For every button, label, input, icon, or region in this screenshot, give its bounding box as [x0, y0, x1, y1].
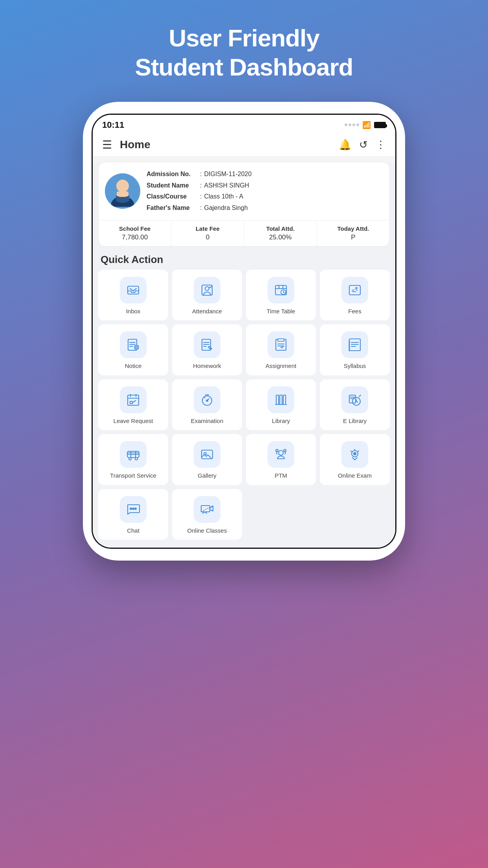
quick-label: PTM	[275, 472, 287, 480]
quick-label: Fees	[348, 307, 361, 315]
stat-label: School Fee	[100, 225, 169, 232]
svg-point-59	[276, 449, 278, 452]
phone-mockup: 10:11 📶 ☰ Home 🔔 ↺ ⋮	[83, 102, 405, 561]
quick-label: Online Exam	[338, 472, 372, 480]
quick-item-chat[interactable]: Chat	[98, 489, 168, 540]
quick-grid: Inbox Attendance Time Table ₹ Fees Notic…	[93, 270, 395, 540]
quick-item-syllabus[interactable]: Syllabus	[320, 324, 390, 375]
svg-rect-2	[117, 191, 128, 197]
stat-item-1: Late Fee0	[171, 221, 244, 246]
svg-rect-17	[135, 346, 138, 349]
svg-point-64	[135, 508, 136, 509]
svg-rect-41	[280, 395, 282, 405]
quick-item-attendance[interactable]: Attendance	[172, 270, 242, 321]
quick-item-elibrary[interactable]: E Library	[320, 379, 390, 430]
quick-item-fees[interactable]: ₹ Fees	[320, 270, 390, 321]
quick-label: Gallery	[198, 472, 216, 480]
quick-label: Syllabus	[344, 362, 366, 370]
stat-label: Late Fee	[173, 225, 242, 232]
svg-text:₹: ₹	[355, 287, 358, 292]
assignment-icon	[268, 331, 294, 358]
student-card: Admission No. : DIGISM-11-2020 Student N…	[98, 162, 390, 246]
father-row: Father's Name : Gajendra Singh	[147, 202, 383, 214]
info-table: Admission No. : DIGISM-11-2020 Student N…	[147, 169, 383, 214]
quick-label: Transport Service	[110, 472, 156, 480]
quick-label: Library	[272, 417, 290, 425]
stat-value: 0	[173, 234, 242, 241]
class-row: Class/Course : Class 10th - A	[147, 191, 383, 202]
quick-item-leave[interactable]: Leave Request	[98, 379, 168, 430]
svg-point-63	[132, 508, 134, 509]
leave-icon	[120, 386, 147, 413]
stat-item-0: School Fee7,780.00	[99, 221, 171, 246]
father-value: Gajendra Singh	[204, 202, 248, 214]
svg-point-39	[206, 400, 208, 401]
quick-item-onlineexam[interactable]: Online Exam	[320, 434, 390, 485]
quick-item-notice[interactable]: Notice	[98, 324, 168, 375]
quick-label: Leave Request	[114, 417, 153, 425]
svg-point-62	[130, 508, 132, 509]
quick-item-assignment[interactable]: Assignment	[246, 324, 316, 375]
svg-point-58	[284, 449, 286, 452]
menu-button[interactable]: ☰	[102, 138, 112, 151]
onlineclasses-icon	[194, 496, 220, 523]
admission-label: Admission No.	[147, 169, 198, 180]
quick-label: Notice	[125, 362, 142, 370]
svg-rect-42	[283, 395, 286, 405]
quick-item-transport[interactable]: Transport Service	[98, 434, 168, 485]
name-row: Student Name : ASHISH SINGH	[147, 180, 383, 191]
chat-icon	[120, 496, 147, 523]
more-options-icon[interactable]: ⋮	[376, 139, 386, 151]
quick-label: Online Classes	[187, 527, 227, 535]
quick-label: Inbox	[126, 307, 141, 315]
fees-icon: ₹	[341, 277, 368, 303]
quick-item-gallery[interactable]: Gallery	[172, 434, 242, 485]
quick-label: Homework	[193, 362, 221, 370]
quick-item-library[interactable]: Library	[246, 379, 316, 430]
admission-row: Admission No. : DIGISM-11-2020	[147, 169, 383, 180]
attendance-icon	[194, 277, 220, 303]
library-icon	[268, 386, 294, 413]
father-label: Father's Name	[147, 202, 198, 214]
avatar	[105, 173, 140, 209]
syllabus-icon	[341, 331, 368, 358]
status-time: 10:11	[102, 120, 124, 130]
quick-item-homework[interactable]: Homework	[172, 324, 242, 375]
class-label: Class/Course	[147, 191, 198, 202]
battery-icon	[374, 122, 386, 128]
transport-icon	[120, 441, 147, 468]
refresh-icon[interactable]: ↺	[359, 139, 368, 151]
svg-point-53	[135, 458, 138, 460]
inbox-icon	[120, 277, 147, 303]
notification-icon[interactable]: 🔔	[339, 139, 351, 151]
examination-icon	[194, 386, 220, 413]
name-label: Student Name	[147, 180, 198, 191]
quick-item-examination[interactable]: Examination	[172, 379, 242, 430]
wifi-icon: 📶	[362, 121, 371, 129]
stat-item-2: Total Attd.25.00%	[244, 221, 317, 246]
quick-item-timetable[interactable]: Time Table	[246, 270, 316, 321]
svg-rect-33	[128, 395, 139, 405]
screen-content: Admission No. : DIGISM-11-2020 Student N…	[93, 162, 395, 548]
svg-point-57	[279, 451, 283, 455]
timetable-icon	[268, 277, 294, 303]
quick-label: Chat	[127, 527, 139, 535]
name-value: ASHISH SINGH	[204, 180, 249, 191]
quick-label: E Library	[343, 417, 367, 425]
quick-item-inbox[interactable]: Inbox	[98, 270, 168, 321]
signal-icon	[345, 123, 359, 126]
quick-item-ptm[interactable]: PTM	[246, 434, 316, 485]
svg-point-52	[129, 458, 131, 460]
notice-icon	[120, 331, 147, 358]
class-value: Class 10th - A	[204, 191, 243, 202]
quick-item-onlineclasses[interactable]: Online Classes	[172, 489, 242, 540]
app-bar-icons: 🔔 ↺ ⋮	[339, 139, 386, 151]
svg-rect-40	[276, 395, 279, 405]
admission-value: DIGISM-11-2020	[204, 169, 251, 180]
svg-point-1	[116, 180, 129, 192]
svg-rect-25	[278, 339, 284, 341]
homework-icon	[194, 331, 220, 358]
onlineexam-icon	[341, 441, 368, 468]
ptm-icon	[268, 441, 294, 468]
quick-label: Attendance	[192, 307, 222, 315]
